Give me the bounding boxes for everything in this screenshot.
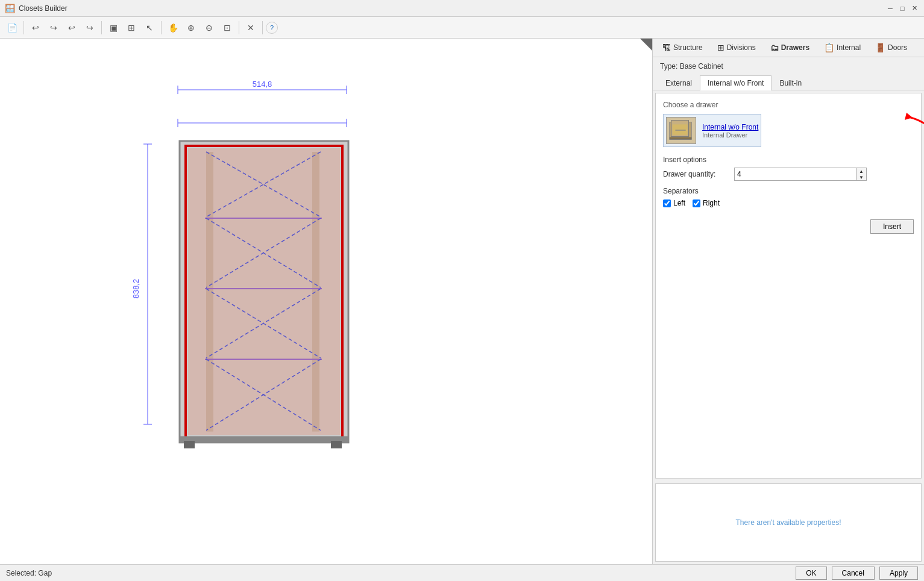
right-checkbox-item: Right [693,199,720,207]
right-label: Right [703,199,720,207]
inner-tabs: External Internal w/o Front Built-in [653,75,924,90]
svg-rect-25 [184,441,195,448]
maximize-button[interactable]: □ [897,4,907,13]
help-button[interactable]: ? [266,22,278,34]
hand-button[interactable]: ✋ [165,19,181,36]
cabinet-drawing: 514,8 838,2 [60,75,422,485]
insert-options-label: Insert options [663,155,914,164]
drawer-quantity-spinner[interactable]: ▲ ▼ [734,168,867,181]
cross-button[interactable]: ✕ [242,19,259,36]
left-checkbox-item: Left [663,199,685,207]
redo2-button[interactable]: ↪ [81,19,98,36]
canvas-corner-indicator [640,39,652,51]
drawer-quantity-label: Drawer quantity: [663,170,729,178]
internal-icon: 📋 [824,43,834,52]
drawer-quantity-row: Drawer quantity: ▲ ▼ [663,168,914,181]
app-icon: 🪟 [5,4,15,13]
tab-built-in[interactable]: Built-in [772,75,809,90]
svg-rect-12 [312,152,319,432]
status-buttons: OK Cancel Apply [796,567,918,580]
spinner-up[interactable]: ▲ [856,168,866,174]
drawers-icon: 🗂 [770,43,779,52]
svg-rect-11 [206,152,213,432]
nav-doors[interactable]: 🚪 Doors [870,41,912,54]
doors-icon: 🚪 [875,43,885,52]
svg-rect-33 [673,124,688,134]
tab-content: Choose a drawer [655,93,922,479]
undo2-button[interactable]: ↩ [63,19,80,36]
separator-1 [24,21,24,34]
drawer-text: Internal w/o Front Internal Drawer [702,123,758,139]
properties-panel: Type: Base Cabinet External Internal w/o… [653,57,924,564]
svg-text:514,8: 514,8 [253,80,272,89]
nav-structure[interactable]: 🏗 Structure [658,41,708,54]
top-nav: 🏗 Structure ⊞ Divisions 🗂 Drawers 📋 Inte… [653,39,924,57]
cancel-button[interactable]: Cancel [832,567,875,580]
zoom-out-button[interactable]: ⊖ [201,19,218,36]
apply-button[interactable]: Apply [879,567,918,580]
drawer-quantity-input[interactable] [734,168,856,181]
redo-button[interactable]: ↪ [45,19,62,36]
insert-button-wrap: Insert [663,219,914,234]
canvas-area[interactable]: 514,8 838,2 [0,39,653,564]
separators-label: Separators [663,187,914,195]
type-label: Type: Base Cabinet [653,57,924,75]
select-button[interactable]: ▣ [105,19,122,36]
separator-5 [262,21,263,34]
fit-button[interactable]: ⊡ [219,19,236,36]
svg-rect-32 [670,137,691,140]
cursor-button[interactable]: ↖ [141,19,158,36]
new-button[interactable]: 📄 [4,19,20,36]
separator-checkboxes: Left Right [663,199,914,207]
nav-drawers[interactable]: 🗂 Drawers [765,41,814,54]
ok-button[interactable]: OK [796,567,826,580]
spinner-buttons: ▲ ▼ [856,168,867,181]
minimize-button[interactable]: ─ [885,4,895,13]
bottom-properties-panel: There aren't available properties! [655,483,922,562]
no-properties-message: There aren't available properties! [735,518,841,527]
nav-divisions[interactable]: ⊞ Divisions [712,41,761,54]
tab-internal-wo-front[interactable]: Internal w/o Front [700,75,772,90]
right-panel: 🏗 Structure ⊞ Divisions 🗂 Drawers 📋 Inte… [653,39,924,564]
svg-marker-35 [905,113,913,120]
drawer-name: Internal w/o Front [702,123,758,131]
drawer-subtitle: Internal Drawer [702,131,758,139]
right-checkbox[interactable] [693,199,700,207]
toolbar: 📄 ↩ ↪ ↩ ↪ ▣ ⊞ ↖ ✋ ⊕ ⊖ ⊡ ✕ ? [0,17,924,39]
insert-options: Insert options Drawer quantity: ▲ ▼ [663,155,914,181]
tab-external[interactable]: External [658,75,700,90]
status-text: Selected: Gap [6,569,52,577]
title-bar: 🪟 Closets Builder ─ □ ✕ [0,0,924,17]
status-bar: Selected: Gap OK Cancel Apply [0,564,924,581]
undo-button[interactable]: ↩ [27,19,44,36]
zoom-in-button[interactable]: ⊕ [183,19,200,36]
structure-icon: 🏗 [662,43,671,52]
separator-4 [239,21,239,34]
grid-button[interactable]: ⊞ [123,19,140,36]
nav-internal[interactable]: 📋 Internal [819,41,866,54]
divisions-icon: ⊞ [717,43,724,52]
insert-button[interactable]: Insert [870,219,914,234]
left-label: Left [673,199,685,207]
spinner-down[interactable]: ▼ [856,174,866,180]
close-button[interactable]: ✕ [910,4,919,13]
main-layout: 514,8 838,2 [0,39,924,564]
drawer-item[interactable]: Internal w/o Front Internal Drawer [663,114,761,147]
svg-rect-24 [180,436,348,442]
svg-text:838,2: 838,2 [131,279,140,299]
separator-2 [101,21,102,34]
red-arrow-annotation [890,108,924,156]
app-title: Closets Builder [19,4,68,13]
separator-3 [161,21,162,34]
separators-section: Separators Left Right [663,187,914,207]
svg-rect-26 [331,441,342,448]
left-checkbox[interactable] [663,199,671,207]
drawer-thumbnail [666,117,696,144]
choose-drawer-label: Choose a drawer [663,101,914,109]
